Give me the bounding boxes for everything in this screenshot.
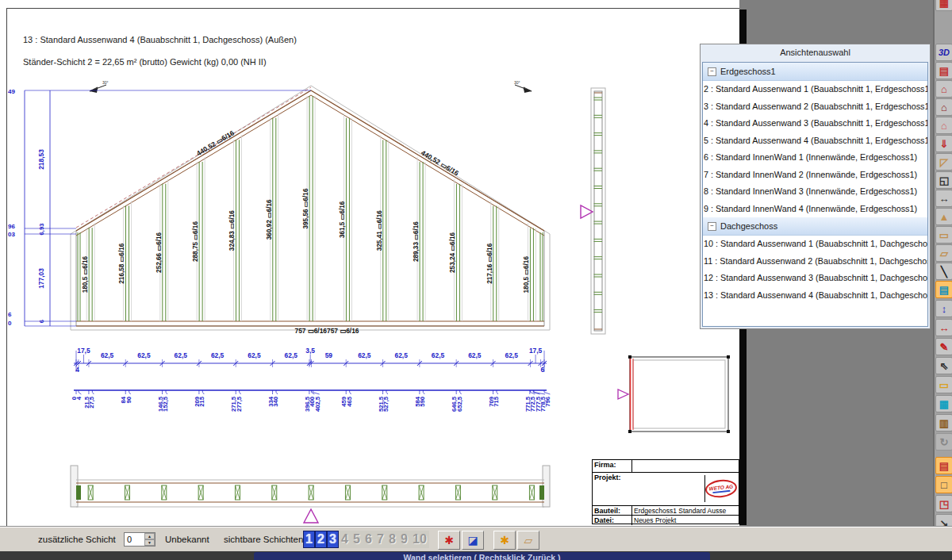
tool-roof-view[interactable]: ⌂ <box>935 80 952 98</box>
titleblock-bauteil-label: Bauteil: <box>593 506 632 515</box>
top-partial-icon[interactable]: ▦ <box>935 0 952 11</box>
tool-building-view[interactable]: ⌂ <box>935 98 952 116</box>
slope-left-label: 440,52 ▭6/16 <box>195 128 236 157</box>
chain1-dim-label: 3,5 <box>305 347 315 355</box>
titleblock-bauteil-value: Erdgeschoss1 Standard Ausse <box>632 506 739 515</box>
tool-dim-horizontal[interactable]: ↔ <box>935 319 952 336</box>
svg-text:177,03: 177,03 <box>37 268 45 289</box>
stud-length-label: 216,58 ▭6/16 <box>118 243 125 283</box>
view-list-item[interactable]: 7 : Standard InnenWand 2 (Innenwände, Er… <box>703 167 927 184</box>
tool-house-import[interactable]: ⇓ <box>935 135 952 152</box>
tool-layer-blank[interactable]: □ <box>935 476 952 493</box>
view-group-header-dachgeschoss[interactable]: −Dachgeschoss <box>703 217 927 236</box>
svg-text:30°: 30° <box>102 80 109 85</box>
layer-number-9[interactable]: 9 <box>398 531 410 548</box>
tool-roof-frame[interactable]: ◸ <box>935 153 952 171</box>
svg-text:03: 03 <box>8 231 15 238</box>
tool-refresh-wall[interactable]: ▦ <box>935 395 952 412</box>
tool-open-project[interactable]: ▭ <box>935 376 952 393</box>
tool-detail-window[interactable]: ◱ <box>935 171 952 189</box>
view-group-label: Dachgeschoss <box>720 217 777 235</box>
svg-text:6: 6 <box>38 320 45 323</box>
svg-text:218,53: 218,53 <box>37 149 45 170</box>
tool-select-cursor[interactable]: ⇖ <box>935 357 952 374</box>
status-message: Wand selektieren ( Rechtsklick Zurück ) <box>254 552 710 560</box>
view-list-item[interactable]: 9 : Standard InnenWand 4 (Innenwände, Er… <box>703 201 927 218</box>
chain2-position-label: 715 <box>493 396 500 406</box>
view-list-item[interactable]: 12 : Standard Aussenwand 3 (Bauabschnitt… <box>703 270 927 287</box>
layer-number-8[interactable]: 8 <box>386 531 398 548</box>
tool-rotate-view[interactable]: ↻ <box>935 433 952 451</box>
stud-length-label: 253,24 ▭6/16 <box>449 232 456 273</box>
view-list-item[interactable]: 11 : Standard Aussenwand 2 (Bauabschnitt… <box>703 253 927 270</box>
titleblock-projekt-label: Projekt: <box>593 473 632 505</box>
chain1-dim-label: 62,5 <box>101 351 114 359</box>
view-panel-title: Ansichtenauswahl <box>701 44 930 61</box>
wall-plan-strip <box>71 466 550 523</box>
layer-number-3[interactable]: 3 <box>327 531 339 548</box>
layer-name-label: Unbekannt <box>165 535 209 544</box>
bottom-dimension-chain2: 0421,527,58490146,5152,5209215271,5277,5… <box>71 390 551 412</box>
layer-number-6[interactable]: 6 <box>363 531 374 548</box>
stud-length-label: 289,33 ▭6/16 <box>413 221 420 262</box>
tool-dim-vertical[interactable]: ↕ <box>935 300 952 317</box>
layer-number-2[interactable]: 2 <box>315 531 327 548</box>
tool-wall-layers[interactable]: ▤ <box>935 62 952 79</box>
layer-preview-icon[interactable]: ◪ <box>462 531 484 550</box>
layer-number-1[interactable]: 1 <box>303 531 315 548</box>
view-list-item[interactable]: 6 : Standard InnenWand 1 (Innenwände, Er… <box>703 149 927 167</box>
right-toolbar: ▦3D▤⌂⌂⌂⇓◸◱↔▲▭▱╲▤↕↔✎⇖▭▦▥↻▤□◳↘↻⊡ <box>933 0 952 560</box>
chain2-position-label: 652,5 <box>456 396 463 412</box>
tool-layer-corner[interactable]: ◳ <box>935 495 952 512</box>
tool-wall-board[interactable]: ▭ <box>935 226 952 244</box>
view-list-item[interactable]: 3 : Standard Aussenwand 2 (Bauabschnitt … <box>703 98 927 116</box>
chain1-dim-label: 62,5 <box>505 351 519 359</box>
view-list-item[interactable]: 2 : Standard Aussenwand 1 (Bauabschnitt … <box>703 81 927 98</box>
additional-layer-spinner[interactable]: 0 ▲ ▼ <box>124 532 155 547</box>
view-list-item[interactable]: 5 : Standard Aussenwand 4 (Bauabschnitt … <box>703 132 927 150</box>
view-list-item[interactable]: 10 : Standard Aussenwand 1 (Bauabschnitt… <box>703 236 927 253</box>
view-list-item[interactable]: 8 : Standard InnenWand 3 (Innenwände, Er… <box>703 183 927 201</box>
chain2-position-label: 277,5 <box>236 396 243 412</box>
layer-number-7[interactable]: 7 <box>374 531 386 548</box>
view-group-header-erdgeschoss1[interactable]: −Erdgeschoss1 <box>703 63 927 81</box>
eraser-tool-icon[interactable]: ▱ <box>517 531 539 550</box>
tool-edit-building[interactable]: ✎ <box>935 338 952 355</box>
tool-measure-object[interactable]: ↔ <box>935 190 952 207</box>
tool-3d-view[interactable]: 3D <box>935 44 952 61</box>
stud-group <box>78 96 543 321</box>
view-list-item[interactable]: 4 : Standard Aussenwand 3 (Bauabschnitt … <box>703 115 927 132</box>
collapse-icon[interactable]: − <box>708 222 716 231</box>
layer-number-4[interactable]: 4 <box>339 531 351 548</box>
chain2-position-label: 590 <box>419 397 426 407</box>
svg-text:96: 96 <box>8 223 15 230</box>
layer-number-10[interactable]: 10 <box>410 531 429 548</box>
tool-timber-list[interactable]: ▥ <box>935 414 952 432</box>
highlight-tool-icon[interactable]: ✱ <box>493 531 516 550</box>
tool-beam[interactable]: ▱ <box>935 244 952 262</box>
tool-gable-wall[interactable]: ▲ <box>935 208 952 225</box>
bottom-dimension-chain1: 17,562,562,562,562,562,562,53,55962,562,… <box>74 347 547 374</box>
stud-length-label: 288,75 ▭6/16 <box>192 221 199 262</box>
svg-text:30°: 30° <box>514 80 520 85</box>
apply-layers-wand-icon[interactable]: ✱ <box>438 531 460 550</box>
svg-text:6,93: 6,93 <box>38 224 45 236</box>
tool-house-wireframe[interactable]: ⌂ <box>935 117 952 134</box>
wall-inner-outline <box>76 90 544 326</box>
tool-draw-line[interactable]: ╲ <box>935 263 952 280</box>
wall-outer-outline <box>71 86 550 330</box>
collapse-icon[interactable]: − <box>708 67 716 76</box>
tool-wall-panel[interactable]: ▤ <box>935 281 952 298</box>
chain1-dim-label: 59 <box>325 351 333 359</box>
view-list-item[interactable]: 13 : Standard Aussenwand 4 (Bauabschnitt… <box>703 287 927 305</box>
visible-layer-numbers: 12345678910 <box>303 531 429 548</box>
tool-layer-stack[interactable]: ▤ <box>935 457 952 474</box>
layer-number-5[interactable]: 5 <box>351 531 363 548</box>
titleblock-firma-value <box>632 460 739 472</box>
chain1-dim-label: 62,5 <box>432 351 445 359</box>
chain1-dim-label: 4 <box>75 366 79 374</box>
spinner-down-button[interactable]: ▼ <box>144 539 155 546</box>
spinner-up-button[interactable]: ▲ <box>144 533 155 539</box>
chain1-dim-label: 62,5 <box>468 351 482 359</box>
visible-layers-label: sichtbare Schichten : <box>224 535 309 544</box>
